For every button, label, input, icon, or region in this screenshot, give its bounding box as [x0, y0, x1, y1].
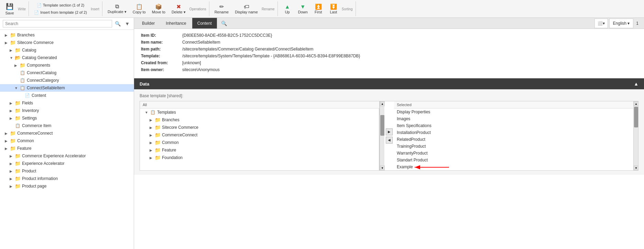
tree-sel-templates[interactable]: ▼ 📋 Templates [140, 109, 379, 116]
sel-sitecore-commerce-toggle[interactable]: ▶ [150, 126, 154, 129]
first-button[interactable]: ⏫ First [312, 2, 325, 15]
selected-item-specifications[interactable]: Item Specifications [394, 122, 633, 129]
common-toggle[interactable]: ▶ [5, 139, 10, 143]
sidebar-item-branches[interactable]: ▶ 📁 Branches [0, 31, 134, 39]
down-button[interactable]: ▼ Down [296, 3, 310, 15]
right-scrollbar-up[interactable]: ▲ [634, 101, 638, 106]
tree-sel-commerce-connect[interactable]: ▶ 📁 CommerceConnect [140, 131, 379, 139]
search-icon[interactable]: 🔍 [113, 20, 122, 27]
selected-related-product[interactable]: RelatedProduct [394, 136, 633, 143]
sidebar-item-common[interactable]: ▶ 📁 Common [0, 137, 134, 145]
sel-commerce-connect-toggle[interactable]: ▶ [150, 133, 154, 137]
fields-toggle[interactable]: ▶ [10, 101, 14, 105]
tree-selector-right[interactable]: Display Properties Images Item Specifica… [394, 109, 633, 170]
catalog-toggle[interactable]: ▶ [10, 48, 14, 52]
sidebar-item-settings[interactable]: ▶ 📁 Settings [0, 114, 134, 122]
sidebar-item-feature[interactable]: ▶ 📁 Feature [0, 145, 134, 152]
tree-sel-branches[interactable]: ▶ 📁 Branches [140, 116, 379, 124]
tree-sel-foundation[interactable]: ▶ 📁 Foundation [140, 154, 379, 161]
copy-to-button[interactable]: 📋 Copy to [130, 2, 148, 15]
sidebar-item-inventory[interactable]: ▶ 📁 Inventory [0, 107, 134, 114]
sidebar-item-commerce-exp-accel[interactable]: ▶ 📁 Commerce Experience Accelerator [0, 152, 134, 160]
tab-builder[interactable]: Builder [137, 18, 160, 29]
sel-foundation-toggle[interactable]: ▶ [150, 156, 154, 160]
sidebar-item-catalog[interactable]: ▶ 📁 Catalog [0, 46, 134, 54]
sitecore-commerce-toggle[interactable]: ▶ [5, 41, 10, 45]
sel-common-toggle[interactable]: ▶ [150, 141, 154, 145]
duplicate-button[interactable]: ⧉ Duplicate ▾ [105, 2, 129, 15]
tree-sel-sitecore-commerce[interactable]: ▶ 📁 Sitecore Commerce [140, 124, 379, 131]
sidebar-item-sitecore-commerce[interactable]: ▶ 📁 Sitecore Commerce [0, 39, 134, 46]
tab-inheritance-label: Inheritance [166, 21, 186, 26]
sidebar-item-product[interactable]: ▶ 📁 Product [0, 167, 134, 175]
up-button[interactable]: ▲ Up [281, 3, 294, 15]
item-path-row: Item path: /sitecore/templates/Commerce/… [141, 47, 637, 52]
move-to-button[interactable]: 📦 Move to [150, 2, 168, 15]
commerce-item-template-icon: 📋 [14, 123, 21, 129]
commerce-connect-toggle[interactable]: ▶ [5, 132, 10, 135]
last-button[interactable]: ⏬ Last [327, 2, 340, 15]
insert-from-template-label: Insert from template (2 of 2) [40, 10, 87, 14]
commerce-exp-accel-toggle[interactable]: ▶ [10, 154, 14, 158]
left-scrollbar-thumb[interactable] [380, 115, 384, 136]
tab-inheritance[interactable]: Inheritance [161, 18, 191, 29]
tree-sel-common[interactable]: ▶ 📁 Common [140, 139, 379, 146]
data-section-collapse-icon[interactable]: ▲ [634, 81, 638, 87]
sidebar-item-catalog-generated[interactable]: ▼ 📂 Catalog Generated [0, 54, 134, 61]
selected-installation-product[interactable]: InstallationProduct [394, 129, 633, 136]
sidebar-item-commerce-connect[interactable]: ▶ 📁 CommerceConnect [0, 129, 134, 137]
sidebar-item-product-page[interactable]: ▶ 📁 Product page [0, 182, 134, 190]
inventory-toggle[interactable]: ▶ [10, 109, 14, 113]
product-toggle[interactable]: ▶ [10, 169, 14, 173]
sidebar-item-content[interactable]: ▶ 📄 Content [0, 92, 134, 99]
selected-example[interactable]: Example [394, 163, 633, 170]
catalog-folder-icon: 📁 [14, 47, 21, 53]
sidebar-item-product-information[interactable]: ▶ 📁 Product information [0, 175, 134, 182]
delete-button[interactable]: ✖ Delete ▾ [169, 2, 188, 15]
tab-content[interactable]: Content [192, 18, 217, 29]
tree-sel-feature[interactable]: ▶ 📁 Feature [140, 146, 379, 154]
branches-toggle[interactable]: ▶ [5, 33, 10, 37]
selected-training-product[interactable]: TrainingProduct [394, 143, 633, 150]
search-dropdown-icon[interactable]: ▼ [123, 20, 131, 27]
sidebar-item-exp-accel[interactable]: ▶ 📁 Experience Accelerator [0, 160, 134, 167]
product-page-toggle[interactable]: ▶ [10, 184, 14, 188]
template-section-button[interactable]: 📄 Template section (1 of 2) [32, 2, 89, 9]
components-toggle[interactable]: ▶ [14, 64, 19, 67]
right-scrollbar-thumb[interactable] [634, 107, 638, 127]
tree-selector-left[interactable]: ▼ 📋 Templates ▶ 📁 Branches [140, 109, 379, 170]
sidebar-item-connect-sellable-item[interactable]: ▼ 📋 ConnectSellableItem [0, 84, 134, 92]
right-scrollbar-down[interactable]: ▼ [634, 166, 638, 170]
search-input[interactable] [3, 20, 112, 27]
content-search-icon[interactable]: 🔍 [218, 19, 230, 28]
sidebar-item-fields[interactable]: ▶ 📁 Fields [0, 99, 134, 107]
connect-sellable-toggle[interactable]: ▼ [14, 86, 19, 90]
move-left-button[interactable]: ◀ [386, 137, 393, 144]
left-scrollbar-down[interactable]: ▼ [380, 166, 385, 170]
catalog-generated-toggle[interactable]: ▼ [10, 56, 14, 60]
sidebar-item-connect-catalog[interactable]: ▶ 📋 ConnectCatalog [0, 69, 134, 77]
sidebar-item-components[interactable]: ▶ 📁 Components [0, 61, 134, 69]
main-toolbar: 💾 Save Write 📄 Template section (1 of 2)… [0, 0, 644, 18]
content-icon-btn[interactable]: ⬜▾ [594, 19, 608, 28]
selected-display-properties[interactable]: Display Properties [394, 109, 633, 115]
rename-button[interactable]: ✏ Rename [212, 2, 231, 15]
templates-toggle[interactable]: ▼ [145, 111, 150, 114]
left-scrollbar-up[interactable]: ▲ [380, 101, 385, 106]
save-button[interactable]: 💾 Save [3, 2, 17, 16]
language-selector[interactable]: English ▾ [609, 19, 634, 28]
move-right-button[interactable]: ▶ [386, 128, 393, 135]
exp-accel-toggle[interactable]: ▶ [10, 162, 14, 166]
feature-toggle[interactable]: ▶ [5, 147, 10, 150]
insert-from-template-button[interactable]: 📄 Insert from template (2 of 2) [32, 9, 89, 16]
product-info-toggle[interactable]: ▶ [10, 177, 14, 181]
settings-toggle[interactable]: ▶ [10, 116, 14, 120]
sel-branches-toggle[interactable]: ▶ [150, 118, 154, 122]
display-name-button[interactable]: 🏷 Display name [232, 3, 260, 15]
sidebar-item-connect-category[interactable]: ▶ 📋 ConnectCategory [0, 77, 134, 84]
sel-feature-toggle[interactable]: ▶ [150, 148, 154, 152]
selected-warranty-product[interactable]: WarrantyProduct [394, 150, 633, 157]
sidebar-item-commerce-item[interactable]: ▶ 📋 Commerce Item [0, 122, 134, 129]
left-scrollbar[interactable]: ▲ ▼ [380, 101, 384, 170]
selected-images[interactable]: Images [394, 115, 633, 122]
